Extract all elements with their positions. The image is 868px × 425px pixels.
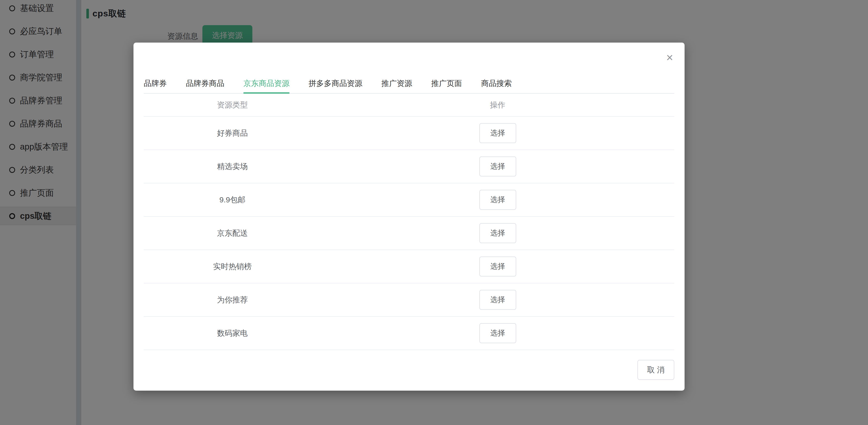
resource-type-cell: 为你推荐: [144, 295, 321, 305]
cancel-button[interactable]: 取 消: [638, 360, 674, 380]
resource-dialog: × 品牌券 品牌券商品 京东商品资源 拼多多商品资源 推广资源 推广页面 商品搜…: [133, 42, 685, 391]
resource-table: 资源类型 操作 好券商品 选择 精选卖场 选择 9.9包邮 选择 京东配送 选择…: [144, 94, 674, 350]
column-header-action: 操作: [321, 100, 674, 110]
select-button[interactable]: 选择: [479, 256, 516, 277]
select-button[interactable]: 选择: [479, 323, 516, 343]
column-header-resource-type: 资源类型: [144, 100, 321, 110]
tab-brand-coupon[interactable]: 品牌券: [144, 78, 167, 93]
select-button[interactable]: 选择: [479, 190, 516, 210]
resource-tab-bar: 品牌券 品牌券商品 京东商品资源 拼多多商品资源 推广资源 推广页面 商品搜索: [144, 78, 674, 94]
select-button[interactable]: 选择: [479, 223, 516, 243]
table-row: 为你推荐 选择: [144, 283, 674, 317]
table-row: 实时热销榜 选择: [144, 250, 674, 283]
table-row: 数码家电 选择: [144, 317, 674, 350]
resource-type-cell: 实时热销榜: [144, 261, 321, 272]
table-row: 京东配送 选择: [144, 217, 674, 250]
select-button[interactable]: 选择: [479, 157, 516, 176]
tab-jd-goods-resource[interactable]: 京东商品资源: [243, 78, 289, 93]
table-row: 9.9包邮 选择: [144, 183, 674, 217]
tab-goods-search[interactable]: 商品搜索: [481, 78, 512, 93]
resource-type-cell: 精选卖场: [144, 161, 321, 172]
dialog-footer: 取 消: [144, 360, 674, 380]
tab-promotion-resource[interactable]: 推广资源: [381, 78, 412, 93]
select-button[interactable]: 选择: [479, 123, 516, 143]
resource-type-cell: 数码家电: [144, 328, 321, 339]
table-header-row: 资源类型 操作: [144, 94, 674, 117]
resource-type-cell: 9.9包邮: [144, 195, 321, 205]
select-button[interactable]: 选择: [479, 290, 516, 310]
table-row: 好券商品 选择: [144, 117, 674, 150]
tab-brand-coupon-goods[interactable]: 品牌券商品: [186, 78, 224, 93]
tab-pdd-goods-resource[interactable]: 拼多多商品资源: [308, 78, 362, 93]
tab-promotion-page[interactable]: 推广页面: [431, 78, 462, 93]
table-row: 精选卖场 选择: [144, 150, 674, 183]
close-icon[interactable]: ×: [662, 50, 677, 65]
resource-type-cell: 好券商品: [144, 128, 321, 139]
resource-type-cell: 京东配送: [144, 228, 321, 238]
